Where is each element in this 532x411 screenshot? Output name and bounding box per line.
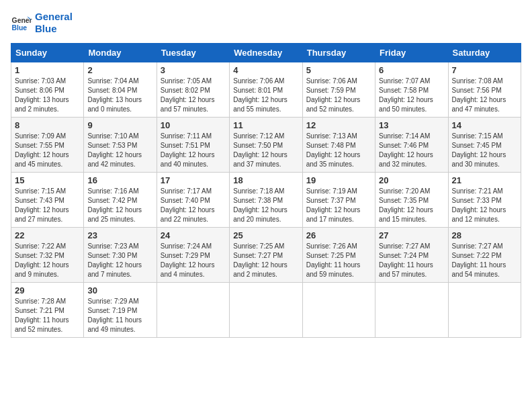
- day-number: 5: [306, 65, 371, 75]
- calendar-cell: 12 Sunrise: 7:13 AM Sunset: 7:48 PM Dayl…: [302, 118, 375, 173]
- day-number: 1: [15, 65, 80, 75]
- header-friday: Friday: [375, 44, 448, 62]
- day-number: 21: [452, 175, 517, 185]
- day-number: 20: [379, 175, 444, 185]
- calendar-cell: 28 Sunrise: 7:27 AM Sunset: 7:22 PM Dayl…: [448, 228, 521, 283]
- day-info: Sunrise: 7:21 AM Sunset: 7:33 PM Dayligh…: [452, 187, 517, 224]
- calendar-cell: 4 Sunrise: 7:06 AM Sunset: 8:01 PM Dayli…: [230, 62, 302, 118]
- day-number: 23: [87, 230, 152, 240]
- header-monday: Monday: [84, 44, 157, 62]
- calendar-cell: [157, 283, 229, 338]
- calendar-cell: [230, 283, 302, 338]
- day-number: 19: [306, 175, 371, 185]
- calendar-cell: 19 Sunrise: 7:19 AM Sunset: 7:37 PM Dayl…: [302, 173, 375, 228]
- header-wednesday: Wednesday: [230, 44, 302, 62]
- calendar-cell: 22 Sunrise: 7:22 AM Sunset: 7:32 PM Dayl…: [11, 228, 84, 283]
- day-number: 16: [87, 175, 152, 185]
- calendar-cell: 1 Sunrise: 7:03 AM Sunset: 8:06 PM Dayli…: [11, 62, 84, 118]
- svg-text:Blue: Blue: [12, 24, 28, 32]
- day-info: Sunrise: 7:28 AM Sunset: 7:21 PM Dayligh…: [15, 297, 80, 334]
- day-number: 12: [306, 120, 371, 130]
- day-info: Sunrise: 7:27 AM Sunset: 7:24 PM Dayligh…: [379, 242, 444, 279]
- day-info: Sunrise: 7:07 AM Sunset: 7:58 PM Dayligh…: [379, 77, 444, 114]
- logo-general: General: [35, 11, 73, 23]
- calendar-cell: 10 Sunrise: 7:11 AM Sunset: 7:51 PM Dayl…: [157, 118, 229, 173]
- calendar-cell: 14 Sunrise: 7:15 AM Sunset: 7:45 PM Dayl…: [448, 118, 521, 173]
- calendar-row: 29 Sunrise: 7:28 AM Sunset: 7:21 PM Dayl…: [11, 283, 521, 338]
- day-info: Sunrise: 7:09 AM Sunset: 7:55 PM Dayligh…: [15, 132, 80, 169]
- calendar-cell: 17 Sunrise: 7:17 AM Sunset: 7:40 PM Dayl…: [157, 173, 229, 228]
- day-number: 22: [15, 230, 80, 240]
- calendar-cell: 16 Sunrise: 7:16 AM Sunset: 7:42 PM Dayl…: [84, 173, 157, 228]
- logo-icon: General Blue: [11, 12, 32, 34]
- day-number: 13: [379, 120, 444, 130]
- logo-blue: Blue: [35, 23, 73, 35]
- calendar-cell: 30 Sunrise: 7:29 AM Sunset: 7:19 PM Dayl…: [84, 283, 157, 338]
- day-info: Sunrise: 7:06 AM Sunset: 7:59 PM Dayligh…: [306, 77, 371, 114]
- day-info: Sunrise: 7:27 AM Sunset: 7:22 PM Dayligh…: [452, 242, 517, 279]
- calendar-table: SundayMondayTuesdayWednesdayThursdayFrid…: [11, 43, 521, 338]
- calendar-cell: 29 Sunrise: 7:28 AM Sunset: 7:21 PM Dayl…: [11, 283, 84, 338]
- calendar-header-row: SundayMondayTuesdayWednesdayThursdayFrid…: [11, 44, 521, 62]
- page-header: General Blue General Blue: [11, 11, 521, 35]
- day-number: 8: [15, 120, 80, 130]
- day-number: 10: [161, 120, 226, 130]
- day-info: Sunrise: 7:26 AM Sunset: 7:25 PM Dayligh…: [306, 242, 371, 279]
- day-number: 9: [87, 120, 152, 130]
- day-number: 30: [87, 285, 152, 295]
- calendar-cell: 26 Sunrise: 7:26 AM Sunset: 7:25 PM Dayl…: [302, 228, 375, 283]
- day-info: Sunrise: 7:29 AM Sunset: 7:19 PM Dayligh…: [87, 297, 152, 334]
- day-number: 27: [379, 230, 444, 240]
- day-number: 2: [87, 65, 152, 75]
- logo: General Blue General Blue: [11, 11, 73, 35]
- day-info: Sunrise: 7:14 AM Sunset: 7:46 PM Dayligh…: [379, 132, 444, 169]
- calendar-cell: 6 Sunrise: 7:07 AM Sunset: 7:58 PM Dayli…: [375, 62, 448, 118]
- calendar-cell: 20 Sunrise: 7:20 AM Sunset: 7:35 PM Dayl…: [375, 173, 448, 228]
- day-info: Sunrise: 7:12 AM Sunset: 7:50 PM Dayligh…: [233, 132, 298, 169]
- day-info: Sunrise: 7:04 AM Sunset: 8:04 PM Dayligh…: [87, 77, 152, 114]
- calendar-cell: [302, 283, 375, 338]
- day-number: 3: [161, 65, 226, 75]
- day-info: Sunrise: 7:06 AM Sunset: 8:01 PM Dayligh…: [233, 77, 298, 114]
- header-sunday: Sunday: [11, 44, 84, 62]
- calendar-cell: 18 Sunrise: 7:18 AM Sunset: 7:38 PM Dayl…: [230, 173, 302, 228]
- day-number: 24: [161, 230, 226, 240]
- day-info: Sunrise: 7:13 AM Sunset: 7:48 PM Dayligh…: [306, 132, 371, 169]
- day-info: Sunrise: 7:24 AM Sunset: 7:29 PM Dayligh…: [161, 242, 226, 279]
- day-number: 15: [15, 175, 80, 185]
- day-info: Sunrise: 7:15 AM Sunset: 7:43 PM Dayligh…: [15, 187, 80, 224]
- day-info: Sunrise: 7:11 AM Sunset: 7:51 PM Dayligh…: [161, 132, 226, 169]
- day-info: Sunrise: 7:19 AM Sunset: 7:37 PM Dayligh…: [306, 187, 371, 224]
- calendar-cell: [448, 283, 521, 338]
- calendar-cell: 11 Sunrise: 7:12 AM Sunset: 7:50 PM Dayl…: [230, 118, 302, 173]
- calendar-cell: 3 Sunrise: 7:05 AM Sunset: 8:02 PM Dayli…: [157, 62, 229, 118]
- day-info: Sunrise: 7:15 AM Sunset: 7:45 PM Dayligh…: [452, 132, 517, 169]
- day-number: 29: [15, 285, 80, 295]
- day-info: Sunrise: 7:08 AM Sunset: 7:56 PM Dayligh…: [452, 77, 517, 114]
- calendar-cell: 2 Sunrise: 7:04 AM Sunset: 8:04 PM Dayli…: [84, 62, 157, 118]
- day-info: Sunrise: 7:20 AM Sunset: 7:35 PM Dayligh…: [379, 187, 444, 224]
- calendar-cell: 13 Sunrise: 7:14 AM Sunset: 7:46 PM Dayl…: [375, 118, 448, 173]
- calendar-cell: 8 Sunrise: 7:09 AM Sunset: 7:55 PM Dayli…: [11, 118, 84, 173]
- day-info: Sunrise: 7:10 AM Sunset: 7:53 PM Dayligh…: [87, 132, 152, 169]
- day-info: Sunrise: 7:18 AM Sunset: 7:38 PM Dayligh…: [233, 187, 298, 224]
- calendar-row: 8 Sunrise: 7:09 AM Sunset: 7:55 PM Dayli…: [11, 118, 521, 173]
- calendar-cell: 25 Sunrise: 7:25 AM Sunset: 7:27 PM Dayl…: [230, 228, 302, 283]
- day-number: 26: [306, 230, 371, 240]
- calendar-cell: 9 Sunrise: 7:10 AM Sunset: 7:53 PM Dayli…: [84, 118, 157, 173]
- day-number: 28: [452, 230, 517, 240]
- calendar-cell: 5 Sunrise: 7:06 AM Sunset: 7:59 PM Dayli…: [302, 62, 375, 118]
- calendar-cell: 7 Sunrise: 7:08 AM Sunset: 7:56 PM Dayli…: [448, 62, 521, 118]
- day-info: Sunrise: 7:17 AM Sunset: 7:40 PM Dayligh…: [161, 187, 226, 224]
- header-saturday: Saturday: [448, 44, 521, 62]
- calendar-cell: 23 Sunrise: 7:23 AM Sunset: 7:30 PM Dayl…: [84, 228, 157, 283]
- day-number: 14: [452, 120, 517, 130]
- day-number: 11: [233, 120, 298, 130]
- day-info: Sunrise: 7:23 AM Sunset: 7:30 PM Dayligh…: [87, 242, 152, 279]
- day-info: Sunrise: 7:22 AM Sunset: 7:32 PM Dayligh…: [15, 242, 80, 279]
- header-thursday: Thursday: [302, 44, 375, 62]
- day-info: Sunrise: 7:05 AM Sunset: 8:02 PM Dayligh…: [161, 77, 226, 114]
- calendar-row: 15 Sunrise: 7:15 AM Sunset: 7:43 PM Dayl…: [11, 173, 521, 228]
- day-info: Sunrise: 7:03 AM Sunset: 8:06 PM Dayligh…: [15, 77, 80, 114]
- calendar-cell: 15 Sunrise: 7:15 AM Sunset: 7:43 PM Dayl…: [11, 173, 84, 228]
